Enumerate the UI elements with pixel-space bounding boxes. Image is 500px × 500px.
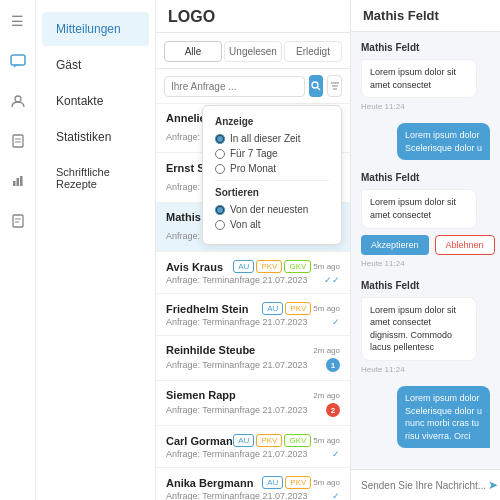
chat-icon[interactable] <box>7 50 29 72</box>
contacts-icon[interactable] <box>7 130 29 152</box>
chat-time: Heute 11:24 <box>361 259 490 268</box>
nav-item-kontakte[interactable]: Kontakte <box>42 84 149 118</box>
chat-bubble-right: Lorem ipsum dolorScelerisque dolor u <box>397 123 490 160</box>
badge-pkv: PKV <box>256 260 282 273</box>
list-item[interactable]: Carl Gorman AU PKV GKV 5m ago Anfrage: T… <box>156 426 350 468</box>
user-icon[interactable] <box>7 90 29 112</box>
chat-sender: Mathis Feldt <box>361 42 490 53</box>
recipes-icon[interactable] <box>7 210 29 232</box>
nav-item-rezepte[interactable]: Schriftliche Rezepte <box>42 156 149 200</box>
chat-panel: Mathis Feldt Mathis Feldt Lorem ipsum do… <box>351 0 500 500</box>
badge-au: AU <box>233 260 254 273</box>
accept-button[interactable]: Akzeptieren <box>361 235 429 255</box>
tab-ungelesen[interactable]: Ungelesen <box>224 41 282 62</box>
stats-icon[interactable] <box>7 170 29 192</box>
nav-item-gaest[interactable]: Gäst <box>42 48 149 82</box>
search-bar: Anzeige In all dieser Zeit Für 7 Tage Pr… <box>156 69 350 104</box>
filter-divider <box>215 180 329 181</box>
nav-item-mitteilungen[interactable]: Mitteilungen <box>42 12 149 46</box>
send-icon[interactable]: ➤ <box>488 478 498 492</box>
filter-option-7days[interactable]: Für 7 Tage <box>215 148 329 159</box>
badge-au: AU <box>262 302 283 315</box>
svg-point-1 <box>15 96 21 102</box>
search-button[interactable] <box>309 75 323 97</box>
chat-message-group: Mathis Feldt Lorem ipsum dolor sit amet … <box>361 280 490 374</box>
double-check-icon: ✓✓ <box>324 275 340 285</box>
tab-erledigt[interactable]: Erledigt <box>284 41 342 62</box>
list-item[interactable]: Siemen Rapp 2m ago Anfrage: Terminanfrag… <box>156 381 350 426</box>
logo: LOGO <box>156 0 350 33</box>
nav-panel: Mitteilungen Gäst Kontakte Statistiken S… <box>36 0 156 500</box>
search-input[interactable] <box>164 76 305 97</box>
chat-bubble-right: Lorem ipsum dolorScelerisque dolor ununc… <box>397 386 490 448</box>
filter-option-month[interactable]: Pro Monat <box>215 163 329 174</box>
badge-pkv: PKV <box>285 302 311 315</box>
svg-rect-7 <box>20 176 23 186</box>
filter-option-newest[interactable]: Von der neuesten <box>215 204 329 215</box>
svg-rect-8 <box>13 215 23 227</box>
sortieren-title: Sortieren <box>215 187 329 198</box>
chat-bubble-left: Lorem ipsum dolor sit amet consectet <box>361 189 477 228</box>
check-icon: ✓ <box>332 491 340 500</box>
sidebar: ☰ <box>0 0 36 500</box>
chat-sender: Mathis Feldt <box>361 172 490 183</box>
chat-message-group: Mathis Feldt Lorem ipsum dolor sit amet … <box>361 172 490 267</box>
chat-bubble-left: Lorem ipsum dolor sit amet consectet <box>361 59 477 98</box>
filter-button[interactable] <box>327 75 342 97</box>
chat-time: Heute 11:24 <box>361 365 490 374</box>
unread-badge: 1 <box>326 358 340 372</box>
chat-message-group: Mathis Feldt Lorem ipsum dolor sit amet … <box>361 42 490 111</box>
chat-input[interactable] <box>361 480 488 491</box>
decline-button[interactable]: Ablehnen <box>435 235 495 255</box>
chat-message-group: Lorem ipsum dolorScelerisque dolor ununc… <box>361 386 490 448</box>
filter-dropdown: Anzeige In all dieser Zeit Für 7 Tage Pr… <box>202 105 342 245</box>
tab-bar: Alle Ungelesen Erledigt <box>156 33 350 69</box>
anzeige-title: Anzeige <box>215 116 329 127</box>
nav-item-statistiken[interactable]: Statistiken <box>42 120 149 154</box>
chat-time: Heute 11:24 <box>361 102 490 111</box>
svg-line-12 <box>318 88 321 91</box>
messages-panel: LOGO Alle Ungelesen Erledigt Anzeige In … <box>156 0 351 500</box>
filter-option-oldest[interactable]: Von alt <box>215 219 329 230</box>
menu-icon[interactable]: ☰ <box>7 10 29 32</box>
svg-rect-6 <box>16 178 19 186</box>
list-item[interactable]: Friedhelm Stein AU PKV 5m ago Anfrage: T… <box>156 294 350 336</box>
svg-rect-0 <box>11 55 25 65</box>
chat-header: Mathis Feldt <box>351 0 500 32</box>
check-icon: ✓ <box>332 317 340 327</box>
tab-alle[interactable]: Alle <box>164 41 222 62</box>
chat-bubble-left: Lorem ipsum dolor sit amet consectet dig… <box>361 297 477 361</box>
chat-body: Mathis Feldt Lorem ipsum dolor sit amet … <box>351 32 500 469</box>
svg-rect-5 <box>13 181 16 186</box>
list-item[interactable]: Anika Bergmann AU PKV 5m ago Anfrage: Te… <box>156 468 350 500</box>
chat-sender: Mathis Feldt <box>361 280 490 291</box>
action-buttons: Akzeptieren Ablehnen <box>361 235 490 255</box>
filter-option-all-time[interactable]: In all dieser Zeit <box>215 133 329 144</box>
chat-message-group: Lorem ipsum dolorScelerisque dolor u <box>361 123 490 160</box>
list-item[interactable]: Reinhilde Steube 2m ago Anfrage: Termina… <box>156 336 350 381</box>
badge-gkv: GKV <box>284 260 311 273</box>
list-item[interactable]: Avis Kraus AU PKV GKV 5m ago Anfrage: Te… <box>156 252 350 294</box>
check-icon: ✓ <box>332 449 340 459</box>
svg-rect-2 <box>13 135 23 147</box>
chat-input-area: ➤ <box>351 469 500 500</box>
svg-point-11 <box>312 82 318 88</box>
unread-badge-2: 2 <box>326 403 340 417</box>
